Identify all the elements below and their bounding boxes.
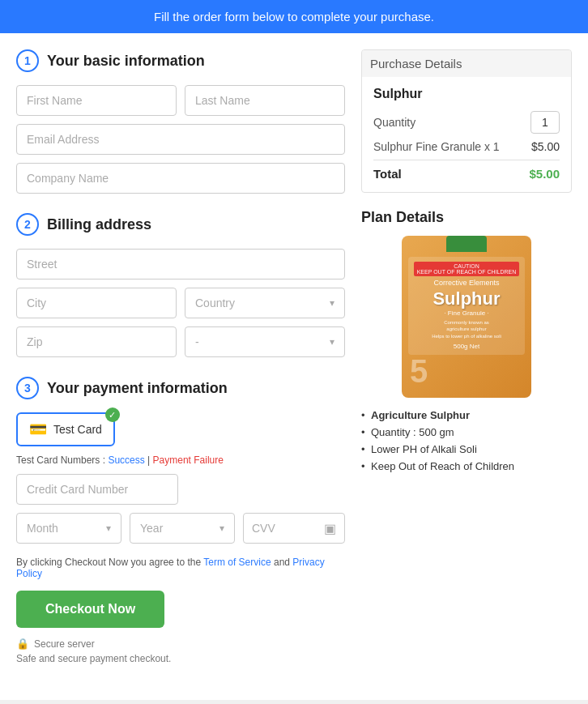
billing-title: Billing address	[47, 216, 151, 233]
feature-3: Lower PH of Alkali Soli	[361, 443, 572, 455]
cvv-input[interactable]	[252, 514, 324, 543]
product-features: Agriculture Sulphur Quantity : 500 gm Lo…	[361, 409, 572, 472]
test-card-option[interactable]: ✓ 💳 Test Card	[16, 412, 115, 446]
expiry-cvv-row: Month ▾ Year ▾ ▣	[16, 513, 345, 544]
card-icon: 💳	[29, 420, 47, 438]
purchase-details-box: Purchase Details Sulphur Quantity 1 Sulp…	[361, 49, 572, 193]
line-item-label: Sulphur Fine Granule x 1	[373, 140, 500, 153]
total-divider	[373, 160, 560, 160]
bottle-brand: Sulphur	[413, 288, 520, 309]
feature-1: Agriculture Sulphur	[361, 409, 572, 421]
right-panel: Purchase Details Sulphur Quantity 1 Sulp…	[361, 49, 572, 684]
main-content: 1 Your basic information	[0, 33, 588, 700]
company-input[interactable]	[16, 163, 345, 194]
page-wrapper: Fill the order form below to complete yo…	[0, 0, 588, 700]
check-icon: ✓	[105, 407, 120, 422]
plan-details-title: Plan Details	[361, 209, 572, 226]
street-row	[16, 249, 345, 279]
banner-text: Fill the order form below to complete yo…	[154, 10, 434, 23]
last-name-input[interactable]	[185, 85, 345, 116]
safe-text: Safe and secure payment checkout.	[16, 653, 345, 664]
country-placeholder: Country	[195, 297, 235, 309]
test-failure-link[interactable]: Payment Failure	[153, 454, 224, 466]
feature-4: Keep Out of Reach of Children	[361, 460, 572, 472]
city-input[interactable]	[16, 288, 177, 318]
country-select[interactable]: Country ▾	[185, 288, 345, 318]
terms-link[interactable]: Term of Service	[203, 557, 271, 568]
total-label: Total	[373, 167, 402, 181]
state-placeholder: -	[195, 335, 199, 348]
basic-info-title: Your basic information	[47, 53, 205, 70]
terms-text: By clicking Checkout Now you agree to th…	[16, 557, 345, 579]
step-3-badge: 3	[16, 377, 39, 399]
bottle-cap	[446, 236, 487, 252]
email-row	[16, 124, 345, 155]
top-banner: Fill the order form below to complete yo…	[0, 0, 588, 33]
chevron-down-icon: ▾	[219, 523, 224, 534]
chevron-down-icon: ▾	[330, 336, 334, 348]
feature-2: Quantity : 500 gm	[361, 426, 572, 438]
test-card-note: Test Card Numbers : Success | Payment Fa…	[16, 454, 345, 466]
year-select[interactable]: Year ▾	[130, 513, 235, 544]
billing-section: 2 Billing address Country ▾	[16, 213, 345, 357]
caution-text: CAUTIONKEEP OUT OF REACH OF CHILDREN	[414, 262, 520, 276]
basic-info-section: 1 Your basic information	[16, 49, 345, 194]
payment-section: 3 Your payment information ✓ 💳 Test Card…	[16, 377, 345, 664]
bottle-desc: Commonly known asagriculture sulphurHelp…	[413, 319, 520, 339]
total-price: $5.00	[529, 167, 560, 181]
line-item-row: Sulphur Fine Granule x 1 $5.00	[373, 140, 560, 153]
quantity-row: Quantity 1	[373, 111, 560, 134]
city-country-row: Country ▾	[16, 288, 345, 318]
purchase-box-title: Purchase Details	[362, 50, 571, 77]
quantity-value: 1	[542, 116, 548, 129]
plan-details: Plan Details CAUTIONKEEP OUT OF REACH OF…	[361, 209, 572, 472]
bottle-number: 5	[410, 353, 428, 390]
first-name-input[interactable]	[16, 85, 177, 116]
basic-info-header: 1 Your basic information	[16, 49, 345, 72]
bottle-label: CAUTIONKEEP OUT OF REACH OF CHILDREN Cor…	[408, 257, 525, 355]
checkout-button[interactable]: Checkout Now	[16, 591, 164, 628]
product-image-area: CAUTIONKEEP OUT OF REACH OF CHILDREN Cor…	[361, 236, 572, 398]
year-placeholder: Year	[140, 522, 163, 535]
payment-header: 3 Your payment information	[16, 377, 345, 399]
product-image: CAUTIONKEEP OUT OF REACH OF CHILDREN Cor…	[402, 236, 531, 398]
cc-input-row	[16, 474, 345, 505]
line-item-price: $5.00	[531, 140, 560, 153]
credit-card-icon: ▣	[324, 521, 336, 536]
secure-label: Secure server	[34, 638, 95, 650]
quantity-label: Quantity	[373, 116, 415, 129]
credit-card-input[interactable]	[16, 474, 178, 505]
product-name: Sulphur	[373, 87, 560, 101]
name-row	[16, 85, 345, 116]
chevron-down-icon: ▾	[106, 523, 111, 534]
street-input[interactable]	[16, 249, 345, 279]
email-input[interactable]	[16, 124, 345, 155]
left-panel: 1 Your basic information	[16, 49, 345, 684]
bottle-weight: 500g Net	[413, 343, 520, 350]
step-2-badge: 2	[16, 213, 39, 236]
zip-input[interactable]	[16, 326, 177, 357]
chevron-down-icon: ▾	[330, 297, 334, 309]
total-row: Total $5.00	[373, 167, 560, 181]
company-row	[16, 163, 345, 194]
quantity-box: 1	[530, 111, 560, 134]
month-placeholder: Month	[27, 522, 58, 535]
zip-state-row: - ▾	[16, 326, 345, 357]
cvv-box[interactable]: ▣	[243, 513, 345, 544]
card-label: Test Card	[53, 423, 102, 436]
step-1-badge: 1	[16, 49, 39, 72]
secure-note: 🔒 Secure server	[16, 638, 345, 650]
bottle-sub: · Fine Granule ·	[413, 309, 520, 317]
month-select[interactable]: Month ▾	[16, 513, 121, 544]
payment-title: Your payment information	[47, 380, 228, 397]
state-select[interactable]: - ▾	[185, 326, 345, 357]
billing-header: 2 Billing address	[16, 213, 345, 236]
lock-icon: 🔒	[16, 638, 29, 650]
test-success-link[interactable]: Success	[108, 454, 144, 466]
